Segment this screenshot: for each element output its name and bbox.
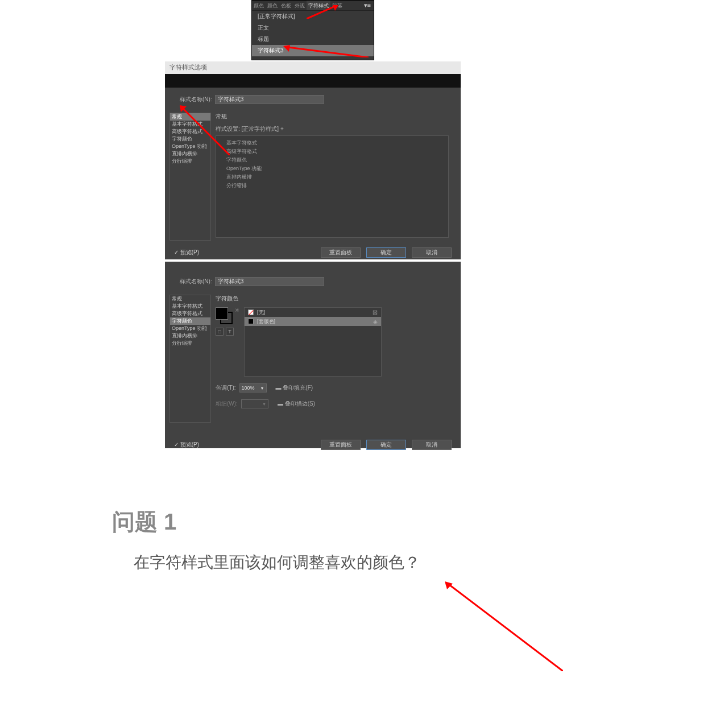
style-name-label: 样式名称(N): bbox=[180, 278, 212, 286]
swatch-prop-icon: ◈ bbox=[373, 319, 378, 325]
preview-checkbox[interactable]: ✓ 预览(P) bbox=[174, 249, 199, 257]
overprint-fill-checkbox[interactable]: ▬ 叠印填充(F) bbox=[276, 384, 313, 392]
category-list: 常规 基本字符格式 高级字符格式 字符颜色 OpenType 功能 直排内横排 … bbox=[169, 113, 211, 241]
category-adv-char[interactable]: 高级字符格式 bbox=[170, 128, 210, 135]
tab-swatches[interactable]: 色板 bbox=[279, 1, 293, 10]
swatch-prop-icon: ☒ bbox=[373, 309, 378, 316]
style-item-charstyle3[interactable]: 字符样式3 bbox=[252, 45, 374, 56]
dialog-blackbar bbox=[165, 74, 461, 88]
weight-label: 粗细(W): bbox=[216, 400, 238, 408]
fill-stroke-swatch[interactable]: ⤮ bbox=[216, 307, 239, 324]
tab-char-styles[interactable]: 字符样式 bbox=[307, 1, 330, 10]
swap-icon[interactable]: ⤮ bbox=[235, 307, 239, 313]
style-name-label: 样式名称(N): bbox=[180, 96, 212, 104]
svg-marker-5 bbox=[180, 105, 187, 112]
cancel-button[interactable]: 取消 bbox=[412, 247, 452, 258]
summary-item: OpenType 功能 bbox=[226, 164, 438, 173]
overprint-stroke-checkbox: ▬ 叠印描边(S) bbox=[278, 400, 315, 408]
dialog-title: 字符样式选项 bbox=[165, 61, 461, 74]
text-toggle-icon[interactable]: T bbox=[226, 328, 234, 336]
weight-combo: ▼ bbox=[241, 399, 268, 408]
char-style-color-dialog: 样式名称(N): 常规 基本字符格式 高级字符格式 字符颜色 OpenType … bbox=[165, 262, 461, 448]
annotation-arrow-icon bbox=[444, 580, 563, 671]
summary-item: 直排内横排 bbox=[226, 173, 438, 181]
tint-combo[interactable]: 100%▼ bbox=[239, 383, 267, 393]
fill-toggle-icon[interactable]: □ bbox=[216, 328, 224, 336]
settings-summary-label: 样式设置: [正常字符样式] + bbox=[216, 125, 456, 133]
swatch-none[interactable]: [无] ☒ bbox=[245, 308, 381, 317]
ok-button[interactable]: 确定 bbox=[366, 440, 406, 450]
category-general[interactable]: 常规 bbox=[170, 113, 210, 121]
category-opentype[interactable]: OpenType 功能 bbox=[170, 325, 210, 332]
section-title-color: 字符颜色 bbox=[216, 295, 456, 303]
style-item-body[interactable]: 正文 bbox=[252, 22, 374, 34]
section-title-general: 常规 bbox=[216, 113, 456, 121]
style-name-input[interactable] bbox=[215, 277, 324, 286]
svg-line-6 bbox=[449, 585, 563, 671]
style-item-heading[interactable]: 标题 bbox=[252, 34, 374, 45]
none-chip-icon bbox=[248, 309, 254, 315]
category-char-color[interactable]: 字符颜色 bbox=[170, 317, 210, 325]
question-body: 在字符样式里面该如何调整喜欢的颜色？ bbox=[134, 552, 420, 573]
reset-button[interactable]: 重置面板 bbox=[321, 247, 361, 258]
category-general[interactable]: 常规 bbox=[170, 295, 210, 303]
summary-item: 高级字符格式 bbox=[226, 147, 438, 156]
swatch-list: [无] ☒ [套版色] ◈ bbox=[244, 307, 382, 377]
category-vertical[interactable]: 直排内横排 bbox=[170, 332, 210, 340]
preview-checkbox[interactable]: ✓ 预览(P) bbox=[174, 441, 199, 449]
question-section: 问题 1 在字符样式里面该如何调整喜欢的颜色？ bbox=[112, 506, 420, 573]
ok-button[interactable]: 确定 bbox=[366, 247, 406, 258]
category-char-color[interactable]: 字符颜色 bbox=[170, 135, 210, 143]
category-vertical[interactable]: 直排内横排 bbox=[170, 150, 210, 158]
panel-tabs: 颜色 颜色 色板 外观 字符样式 段落 ▾≡ bbox=[252, 1, 374, 11]
swatch-registration[interactable]: [套版色] ◈ bbox=[245, 317, 381, 326]
category-splitline[interactable]: 分行缩排 bbox=[170, 158, 210, 165]
char-style-options-dialog: 字符样式选项 样式名称(N): 常规 基本字符格式 高级字符格式 字符颜色 Op… bbox=[165, 61, 461, 259]
tab-color1[interactable]: 颜色 bbox=[252, 1, 266, 10]
category-basic-char[interactable]: 基本字符格式 bbox=[170, 121, 210, 128]
category-adv-char[interactable]: 高级字符格式 bbox=[170, 310, 210, 317]
summary-item: 字符颜色 bbox=[226, 156, 438, 164]
style-item-normal[interactable]: [正常字符样式] bbox=[252, 11, 374, 22]
category-splitline[interactable]: 分行缩排 bbox=[170, 340, 210, 347]
question-title: 问题 1 bbox=[112, 506, 420, 538]
swatch-label: [套版色] bbox=[257, 318, 275, 325]
panel-menu-icon[interactable]: ▾≡ bbox=[361, 1, 374, 10]
registration-chip-icon bbox=[248, 319, 254, 324]
svg-marker-7 bbox=[445, 581, 453, 589]
tab-appearance[interactable]: 外观 bbox=[293, 1, 307, 10]
cancel-button[interactable]: 取消 bbox=[412, 440, 452, 450]
style-name-input[interactable] bbox=[215, 95, 324, 104]
category-basic-char[interactable]: 基本字符格式 bbox=[170, 303, 210, 310]
category-list: 常规 基本字符格式 高级字符格式 字符颜色 OpenType 功能 直排内横排 … bbox=[169, 295, 211, 423]
tab-color2[interactable]: 颜色 bbox=[266, 1, 279, 10]
summary-item: 分行缩排 bbox=[226, 181, 438, 190]
reset-button[interactable]: 重置面板 bbox=[321, 440, 361, 450]
swatch-label: [无] bbox=[257, 309, 265, 316]
category-opentype[interactable]: OpenType 功能 bbox=[170, 143, 210, 150]
tint-label: 色调(T): bbox=[216, 384, 236, 392]
styles-panel: 颜色 颜色 色板 外观 字符样式 段落 ▾≡ [正常字符样式] 正文 标题 字符… bbox=[251, 0, 374, 60]
settings-summary-box: 基本字符格式 高级字符格式 字符颜色 OpenType 功能 直排内横排 分行缩… bbox=[216, 135, 449, 238]
summary-item: 基本字符格式 bbox=[226, 139, 438, 147]
tab-para-styles[interactable]: 段落 bbox=[330, 1, 344, 10]
